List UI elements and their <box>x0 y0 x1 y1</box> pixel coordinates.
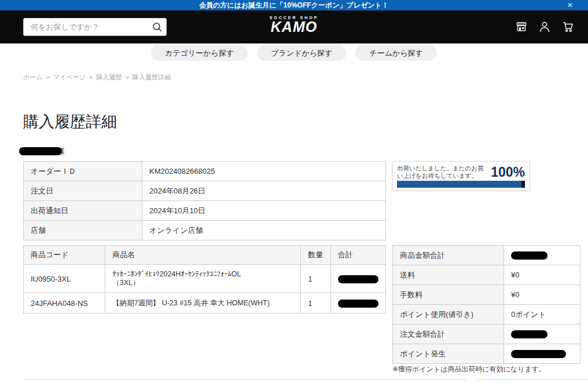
item-qty: 1 <box>301 265 331 293</box>
items-table: 商品コード 商品名 数量 合計 IU0950-3XL ｻｯｶｰﾆﾎﾝﾀﾞｲﾋｮｳ… <box>23 245 386 313</box>
summary-shipping-value: ¥0 <box>504 265 580 285</box>
breadcrumb-mypage[interactable]: マイページ <box>53 74 86 81</box>
breadcrumb-separator: > <box>125 74 128 81</box>
summary-item-total-value <box>504 246 580 265</box>
order-summary-table: 商品金額合計 送料 ¥0 手数料 ¥0 ポイント使用(値引き) 0ポイント 注文… <box>392 245 580 364</box>
search-icon[interactable] <box>149 22 166 32</box>
summary-fee-label: 手数料 <box>393 285 504 305</box>
summary-points-used-value: 0ポイント <box>504 305 580 324</box>
item-total <box>330 293 385 313</box>
redacted-amount <box>511 251 547 260</box>
table-row: ポイント発生 <box>393 344 580 364</box>
nav-search-by-team[interactable]: チームから探す <box>355 45 437 61</box>
summary-points-earned-label: ポイント発生 <box>393 344 504 364</box>
shop-icon[interactable]: SHOP <box>514 18 529 35</box>
summary-fee-value: ¥0 <box>504 285 580 305</box>
shipping-progress-bar <box>397 181 525 188</box>
redacted-item-total <box>338 300 378 308</box>
items-header-name: 商品名 <box>105 246 301 265</box>
table-row: 手数料 ¥0 <box>393 285 580 305</box>
store-label: 店舗 <box>24 221 142 240</box>
ship-notice-date-label: 出荷通知日 <box>24 201 142 221</box>
nav-search-by-brand[interactable]: ブランドから探す <box>257 45 346 61</box>
promo-banner: 会員の方にはお誕生月に「10%OFFクーポン」プレゼント！ ✕ <box>0 0 588 10</box>
promo-banner-text: 会員の方にはお誕生月に「10%OFFクーポン」プレゼント！ <box>199 0 389 10</box>
order-info-table: オーダーＩＤ KM2024082668025 注文日 2024年08月26日 出… <box>23 161 386 240</box>
shipping-status-box: 出荷いたしました。またのお買い上げをお待ちしています。 100% <box>392 161 530 191</box>
redacted-amount <box>511 330 547 338</box>
order-id-label: オーダーＩＤ <box>24 162 142 181</box>
search-input[interactable] <box>24 23 149 31</box>
item-code: 24JFAHA048-NS <box>24 293 105 313</box>
item-name: ｻｯｶｰﾆﾎﾝﾀﾞｲﾋｮｳ2024HｵｰｾﾝﾃｨｯｸﾕﾆﾌｫｰﾑOL （3XL） <box>105 265 301 293</box>
next-section-divider <box>476 380 588 380</box>
breadcrumb-history-detail: 購入履歴詳細 <box>133 74 171 81</box>
item-name-line1: 【納期7週間】 U-23 #15 高井 幸大 HOME(WHT) <box>112 298 293 308</box>
table-header-row: 商品コード 商品名 数量 合計 <box>24 246 386 265</box>
item-total <box>330 265 385 293</box>
redacted-customer-name <box>19 147 62 155</box>
breadcrumb-history[interactable]: 購入履歴 <box>96 74 122 81</box>
summary-item-total-label: 商品金額合計 <box>393 246 504 265</box>
table-row: ポイント使用(値引き) 0ポイント <box>393 305 580 324</box>
account-icon[interactable] <box>537 18 552 35</box>
table-row: 注文金額合計 <box>393 324 580 344</box>
table-row: 商品金額合計 <box>393 246 580 265</box>
breadcrumb: ホーム>マイページ>購入履歴>購入履歴詳細 <box>23 73 171 82</box>
summary-order-total-value <box>504 324 580 344</box>
items-header-total: 合計 <box>330 246 385 265</box>
site-header: SOCCER SHOP KAMO SHOP <box>0 10 588 43</box>
close-icon[interactable]: ✕ <box>567 0 573 10</box>
nav-search-by-category[interactable]: カテゴリーから探す <box>151 45 248 61</box>
svg-text:SHOP: SHOP <box>518 23 525 25</box>
summary-points-used-label: ポイント使用(値引き) <box>393 305 504 324</box>
table-row: 出荷通知日 2024年10月10日 <box>24 201 386 221</box>
items-header-code: 商品コード <box>24 246 105 265</box>
item-qty: 1 <box>301 293 331 313</box>
category-nav: カテゴリーから探す ブランドから探す チームから探す <box>0 45 588 61</box>
item-name-line2: （3XL） <box>112 278 293 288</box>
table-row: IU0950-3XL ｻｯｶｰﾆﾎﾝﾀﾞｲﾋｮｳ2024Hｵｰｾﾝﾃｨｯｸﾕﾆﾌ… <box>24 265 386 293</box>
table-row: 注文日 2024年08月26日 <box>24 181 386 201</box>
customer-name: 様 <box>19 145 65 155</box>
shipping-status-top: 出荷いたしました。またのお買い上げをお待ちしています。 100% <box>397 165 525 180</box>
page-title: 購入履歴詳細 <box>23 111 117 132</box>
ship-notice-date-value: 2024年10月10日 <box>142 201 386 221</box>
header-icons: SHOP <box>514 18 575 35</box>
table-row: オーダーＩＤ KM2024082668025 <box>24 162 386 181</box>
search-box[interactable] <box>23 18 167 36</box>
table-row: 24JFAHA048-NS 【納期7週間】 U-23 #15 高井 幸大 HOM… <box>24 293 386 313</box>
breadcrumb-home[interactable]: ホーム <box>23 74 43 81</box>
shipping-progress-bar-cap <box>521 181 525 188</box>
order-date-value: 2024年08月26日 <box>142 181 386 201</box>
order-id-value: KM2024082668025 <box>142 162 386 181</box>
breadcrumb-separator: > <box>89 74 93 81</box>
order-date-label: 注文日 <box>24 181 142 201</box>
item-name: 【納期7週間】 U-23 #15 高井 幸大 HOME(WHT) <box>105 293 301 313</box>
store-value: オンライン店舗 <box>142 221 386 240</box>
table-row: 店舗 オンライン店舗 <box>24 221 386 240</box>
item-code: IU0950-3XL <box>24 265 105 293</box>
cart-icon[interactable] <box>560 18 575 35</box>
breadcrumb-separator: > <box>46 74 50 81</box>
summary-order-total-label: 注文金額合計 <box>393 324 504 344</box>
points-note: ※獲得ポイントは商品出荷時に有効になります。 <box>392 364 546 374</box>
items-header-qty: 数量 <box>301 246 331 265</box>
table-row: 送料 ¥0 <box>393 265 580 285</box>
shipping-progress-percent: 100% <box>491 165 525 180</box>
logo-title: KAMO <box>270 19 319 35</box>
shipping-status-message: 出荷いたしました。またのお買い上げをお待ちしています。 <box>397 165 490 180</box>
next-section-divider <box>23 380 466 380</box>
summary-points-earned-value <box>504 344 580 364</box>
summary-shipping-label: 送料 <box>393 265 504 285</box>
kamo-logo[interactable]: SOCCER SHOP KAMO <box>270 16 319 35</box>
redacted-item-total <box>338 275 378 283</box>
item-name-line1: ｻｯｶｰﾆﾎﾝﾀﾞｲﾋｮｳ2024HｵｰｾﾝﾃｨｯｸﾕﾆﾌｫｰﾑOL <box>112 270 293 278</box>
redacted-amount <box>511 350 566 358</box>
